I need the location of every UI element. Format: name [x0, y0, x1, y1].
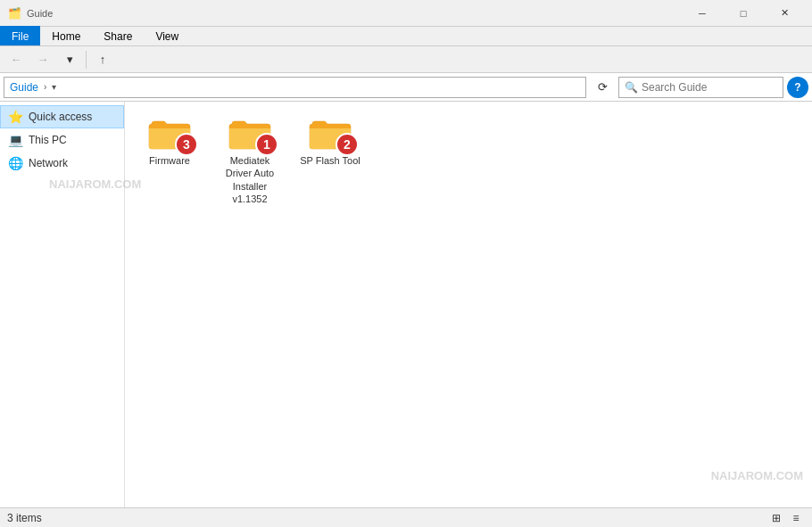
address-bar: Guide › ▾ ⟳ 🔍 ? [0, 73, 812, 102]
status-view-buttons: ⊞ ≡ [767, 509, 805, 527]
tab-share[interactable]: Share [92, 26, 144, 45]
folder-firmware[interactable]: 3 Firmware [134, 111, 205, 210]
folder-sp-flash-tool[interactable]: 2 SP Flash Tool [294, 111, 366, 210]
sidebar-item-label-network: Network [29, 157, 68, 169]
badge-firmware: 3 [175, 133, 198, 156]
close-button[interactable]: ✕ [764, 0, 805, 27]
address-path[interactable]: Guide › ▾ [4, 77, 586, 98]
minimize-button[interactable]: ─ [682, 0, 723, 27]
folder-sp-flash-tool-label: SP Flash Tool [300, 154, 360, 167]
window-title: Guide [27, 8, 53, 19]
address-dropdown-icon: ▾ [52, 82, 56, 92]
badge-mediatek: 1 [255, 133, 278, 156]
search-icon: 🔍 [625, 81, 638, 94]
sidebar-item-label-this-pc: This PC [29, 134, 67, 146]
badge-sp-flash-tool: 2 [336, 133, 359, 156]
folder-mediatek[interactable]: 1 Mediatek Driver Auto Installer v1.1352 [214, 111, 286, 210]
tab-home[interactable]: Home [40, 26, 92, 45]
star-icon: ⭐ [8, 110, 23, 124]
breadcrumb-guide[interactable]: Guide [10, 81, 38, 94]
sidebar-item-network[interactable]: 🌐 Network [0, 152, 124, 175]
recent-locations-button[interactable]: ▾ [57, 49, 82, 70]
up-button[interactable]: ↑ [90, 49, 115, 70]
view-large-icons-button[interactable]: ⊞ [767, 509, 785, 527]
refresh-button[interactable]: ⟳ [590, 77, 615, 98]
main-layout: NAIJAROM.COM ⭐ Quick access 💻 This PC 🌐 … [0, 102, 812, 507]
sidebar-item-label-quick-access: Quick access [29, 111, 92, 123]
forward-button[interactable]: → [30, 49, 55, 70]
view-details-button[interactable]: ≡ [787, 509, 805, 527]
computer-icon: 💻 [8, 133, 23, 147]
sidebar: ⭐ Quick access 💻 This PC 🌐 Network [0, 102, 125, 507]
folder-firmware-icon: 3 [148, 115, 191, 151]
content-area: 3 Firmware 1 Mediatek Driver Auto Instal… [125, 102, 812, 507]
status-items-count: 3 items [7, 512, 42, 524]
title-bar: 🗂️ Guide ─ □ ✕ [0, 0, 812, 27]
toolbar: ← → ▾ ↑ [0, 46, 812, 73]
sidebar-item-quick-access[interactable]: ⭐ Quick access [0, 105, 124, 128]
folder-mediatek-icon: 1 [228, 115, 271, 151]
window-icon: 🗂️ [7, 6, 21, 21]
sidebar-item-this-pc[interactable]: 💻 This PC [0, 128, 124, 152]
folder-firmware-label: Firmware [149, 154, 190, 167]
maximize-button[interactable]: □ [723, 0, 764, 27]
search-box: 🔍 [618, 77, 783, 98]
folder-mediatek-label: Mediatek Driver Auto Installer v1.1352 [219, 154, 281, 205]
network-icon: 🌐 [8, 156, 23, 170]
window-controls: ─ □ ✕ [682, 0, 805, 27]
ribbon-tabs: File Home Share View [0, 27, 812, 46]
title-bar-icons: 🗂️ Guide [7, 6, 53, 21]
help-button[interactable]: ? [787, 77, 808, 98]
folder-sp-flash-tool-icon: 2 [309, 115, 352, 151]
breadcrumb-separator: › [44, 82, 46, 92]
status-bar: 3 items ⊞ ≡ [0, 507, 812, 527]
search-input[interactable] [642, 81, 777, 94]
toolbar-separator [86, 51, 87, 69]
back-button[interactable]: ← [4, 49, 29, 70]
tab-file[interactable]: File [0, 26, 40, 45]
tab-view[interactable]: View [144, 26, 190, 45]
